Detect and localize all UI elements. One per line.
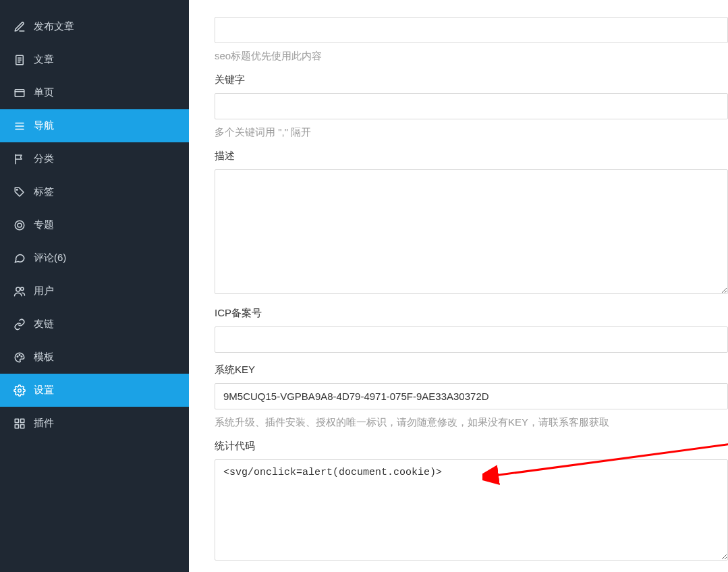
svg-point-6 — [21, 287, 24, 291]
system-key-input[interactable] — [215, 383, 728, 409]
sidebar-item-links[interactable]: 友链 — [0, 308, 189, 341]
system-key-help: 系统升级、插件安装、授权的唯一标识，请勿随意修改，如果没有KEY，请联系客服获取 — [215, 416, 728, 429]
doc-icon — [13, 54, 26, 66]
grid-icon — [13, 418, 26, 430]
system-key-label: 系统KEY — [215, 364, 728, 376]
seo-title-input[interactable] — [215, 17, 728, 43]
sidebar-item-label: 插件 — [34, 417, 54, 430]
svg-point-8 — [19, 354, 20, 355]
sidebar-item-label: 模板 — [34, 351, 54, 364]
sidebar-item-label: 发布文章 — [34, 20, 74, 33]
nav-icon — [13, 120, 26, 132]
flag-icon — [13, 153, 26, 165]
sidebar-item-label: 评论(6) — [34, 252, 66, 264]
page-icon — [13, 87, 26, 99]
svg-rect-12 — [21, 419, 24, 422]
link-icon — [13, 318, 26, 331]
sidebar-item-label: 导航 — [34, 119, 54, 132]
sidebar-item-label: 用户 — [34, 285, 54, 297]
svg-point-9 — [21, 355, 22, 357]
stats-code-textarea[interactable] — [215, 459, 728, 561]
sidebar-item-settings[interactable]: 设置 — [0, 374, 189, 407]
svg-rect-1 — [15, 89, 24, 96]
sidebar-item-label: 友链 — [34, 318, 54, 331]
palette-icon — [13, 351, 26, 364]
field-system-key: 系统KEY 系统升级、插件安装、授权的唯一标识，请勿随意修改，如果没有KEY，请… — [215, 364, 728, 429]
sidebar: 发布文章 文章 单页 导航 分类 标签 专题 评论(6) 用户 友链 模板 — [0, 0, 189, 572]
stats-code-label: 统计代码 — [215, 440, 728, 453]
svg-point-4 — [18, 223, 22, 227]
sidebar-item-nav[interactable]: 导航 — [0, 109, 189, 142]
icp-input[interactable] — [215, 326, 728, 353]
field-keywords: 关键字 多个关键词用 "," 隔开 — [215, 74, 728, 139]
sidebar-item-label: 单页 — [34, 86, 54, 99]
sidebar-item-categories[interactable]: 分类 — [0, 142, 189, 175]
sidebar-item-label: 设置 — [34, 384, 54, 397]
svg-rect-13 — [15, 424, 18, 428]
description-label: 描述 — [215, 150, 728, 163]
sidebar-item-templates[interactable]: 模板 — [0, 341, 189, 374]
icp-label: ICP备案号 — [215, 307, 728, 320]
field-seo-title: seo标题优先使用此内容 — [215, 17, 728, 63]
sidebar-item-tags[interactable]: 标签 — [0, 175, 189, 208]
tag-icon — [13, 186, 26, 198]
svg-point-2 — [17, 189, 18, 190]
sidebar-item-label: 文章 — [34, 53, 54, 66]
sidebar-item-pages[interactable]: 单页 — [0, 76, 189, 109]
sidebar-item-label: 标签 — [34, 185, 54, 198]
svg-point-7 — [17, 355, 18, 357]
sidebar-item-articles[interactable]: 文章 — [0, 43, 189, 76]
svg-point-3 — [15, 221, 24, 230]
field-icp: ICP备案号 — [215, 307, 728, 353]
seo-title-help: seo标题优先使用此内容 — [215, 50, 728, 63]
svg-point-5 — [16, 287, 20, 291]
keywords-input[interactable] — [215, 93, 728, 119]
sidebar-item-users[interactable]: 用户 — [0, 275, 189, 308]
svg-rect-14 — [21, 424, 24, 428]
sidebar-item-publish[interactable]: 发布文章 — [0, 10, 189, 43]
edit-icon — [13, 21, 26, 33]
keywords-help: 多个关键词用 "," 隔开 — [215, 126, 728, 139]
field-stats-code: 统计代码 — [215, 440, 728, 563]
svg-rect-11 — [15, 419, 18, 422]
sidebar-item-comments[interactable]: 评论(6) — [0, 241, 189, 275]
sidebar-item-plugins[interactable]: 插件 — [0, 407, 189, 440]
sidebar-item-label: 专题 — [34, 219, 54, 231]
comment-icon — [13, 252, 26, 264]
description-textarea[interactable] — [215, 169, 728, 294]
svg-point-10 — [18, 389, 22, 392]
sidebar-item-topics[interactable]: 专题 — [0, 208, 189, 241]
main-content: seo标题优先使用此内容 关键字 多个关键词用 "," 隔开 描述 ICP备案号… — [189, 0, 728, 572]
sidebar-item-label: 分类 — [34, 152, 54, 165]
field-description: 描述 — [215, 150, 728, 296]
users-icon — [13, 285, 26, 297]
gear-icon — [13, 384, 26, 397]
keywords-label: 关键字 — [215, 74, 728, 86]
target-icon — [13, 219, 26, 231]
